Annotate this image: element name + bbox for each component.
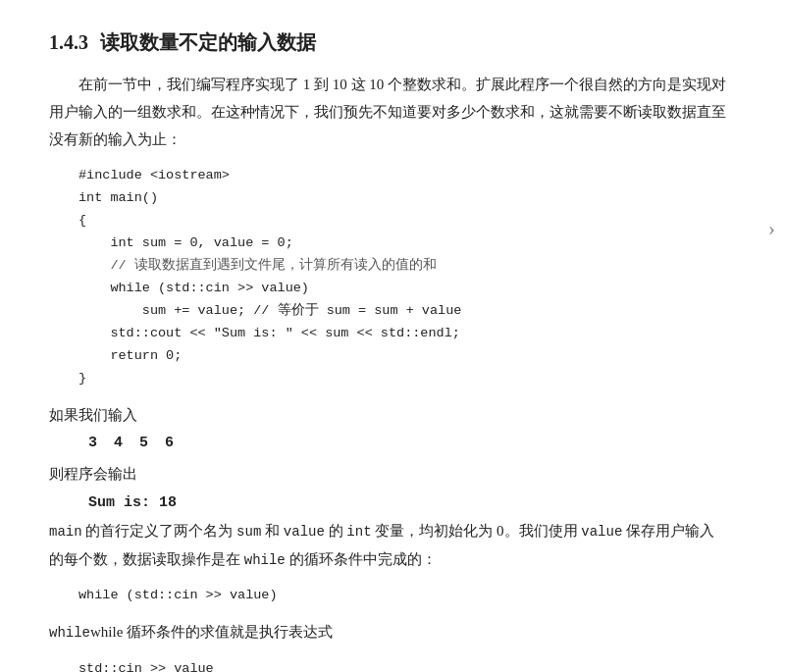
code-line-4: // 读取数据直到遇到文件尾，计算所有读入的值的和: [78, 255, 726, 278]
inline-code-block2: std::cin >> value: [78, 658, 726, 672]
section-title: 1.4.3 读取数量不定的输入数据: [49, 29, 726, 56]
section-number: 1.4.3: [49, 31, 88, 54]
explanation-text2: 和: [261, 523, 284, 539]
explanation-text3: 的: [325, 523, 347, 539]
code-block: #include <iostream> int main() { int sum…: [78, 165, 726, 389]
page-container: 1.4.3 读取数量不定的输入数据 在前一节中，我们编写程序实现了 1 到 10…: [0, 0, 785, 672]
cin-code-line: std::cin >> value: [78, 658, 726, 672]
code-line-3: int sum = 0, value = 0;: [78, 233, 726, 255]
while-label-text: while 循环条件的求值就是执行表达式: [90, 624, 333, 640]
code-line-7: std::cout << "Sum is: " << sum << std::e…: [78, 323, 726, 345]
code-line-1: int main(): [78, 187, 726, 210]
example-input: 3 4 5 6: [88, 435, 726, 451]
int-inline-code: int: [346, 524, 371, 540]
value-inline-code: value: [284, 524, 325, 540]
intro-paragraph: 在前一节中，我们编写程序实现了 1 到 10 这 10 个整数求和。扩展此程序一…: [49, 72, 726, 153]
example-output: Sum is: 18: [88, 494, 726, 511]
sum-inline-code: sum: [236, 524, 261, 540]
while-code-line: while (std::cin >> value): [78, 585, 726, 607]
nav-arrow-right[interactable]: ›: [768, 216, 775, 241]
value2-inline-code: value: [581, 524, 622, 540]
while-inline-code: while: [244, 552, 286, 568]
code-line-9: }: [78, 368, 726, 390]
code-line-5: while (std::cin >> value): [78, 278, 726, 300]
code-line-2: {: [78, 210, 726, 233]
explanation-text6: 的循环条件中完成的：: [286, 551, 437, 567]
code-line-6: sum += value; // 等价于 sum = sum + value: [78, 300, 726, 323]
while-label: whilewhile 循环条件的求值就是执行表达式: [49, 619, 726, 646]
while-keyword: while: [49, 625, 90, 641]
explanation-text4: 变量，均初始化为 0。我们使用: [372, 523, 582, 539]
section-heading: 读取数量不定的输入数据: [100, 29, 316, 56]
inline-code-block1: while (std::cin >> value): [78, 585, 726, 607]
main-inline-code: main: [49, 524, 82, 540]
output-label: 则程序会输出: [49, 461, 726, 489]
explanation-paragraph: main 的首行定义了两个名为 sum 和 value 的 int 变量，均初始…: [49, 517, 726, 573]
code-line-8: return 0;: [78, 345, 726, 368]
explanation-text1: 的首行定义了两个名为: [82, 523, 237, 539]
if-input-label: 如果我们输入: [49, 402, 726, 430]
code-line-0: #include <iostream>: [78, 165, 726, 187]
